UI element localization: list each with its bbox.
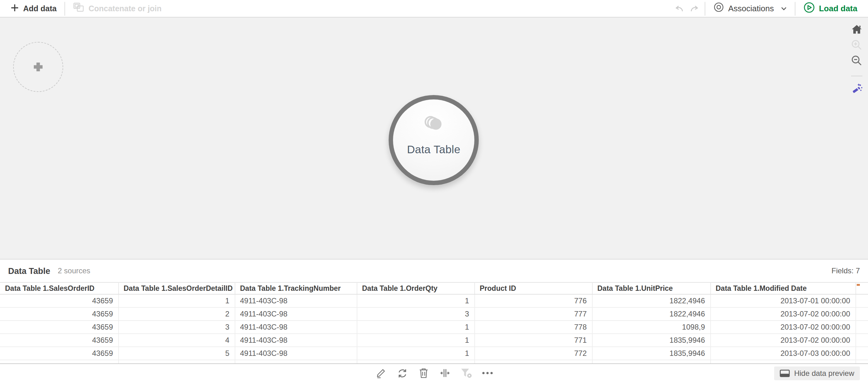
trash-icon <box>418 368 428 378</box>
load-data-label: Load data <box>819 4 857 13</box>
load-data-button[interactable]: Load data <box>798 0 863 17</box>
split-columns-button[interactable] <box>439 367 451 379</box>
undo-button[interactable] <box>672 0 687 17</box>
cell: 778 <box>474 321 592 334</box>
column-header-orderqty[interactable]: Data Table 1.OrderQty <box>357 282 474 294</box>
cell: 2013-07-02 00:00:00 <box>710 334 856 347</box>
cell: 1 <box>357 347 474 360</box>
panel-bottom-icon <box>780 370 790 377</box>
concatenate-icon <box>73 2 84 14</box>
home-button[interactable] <box>848 24 865 35</box>
cell: 4911-403C-98 <box>235 360 357 363</box>
edit-table-button[interactable] <box>375 367 387 379</box>
concatenate-or-join-button[interactable]: Concatenate or join <box>68 0 167 17</box>
toolbar-divider <box>795 2 795 15</box>
ellipsis-icon <box>481 372 493 375</box>
stacked-tables-icon <box>423 115 445 136</box>
delete-table-button[interactable] <box>417 367 429 379</box>
cell: 43659 <box>0 347 118 360</box>
add-data-button[interactable]: Add data <box>5 0 62 17</box>
cell: 772 <box>474 347 592 360</box>
reload-table-button[interactable] <box>396 367 408 379</box>
concatenate-label: Concatenate or join <box>89 4 161 13</box>
preview-fields-count: Fields: 7 <box>831 266 860 275</box>
column-header-salesorderdetailid[interactable]: Data Table 1.SalesOrderDetailID <box>118 282 235 294</box>
cell <box>856 321 868 334</box>
toolbar-divider <box>704 2 705 15</box>
cell: 4911-403C-98 <box>235 321 357 334</box>
associations-dropdown[interactable]: Associations <box>708 0 792 17</box>
data-preview-panel: Data Table 2 sources Fields: 7 Data Tabl… <box>0 259 868 382</box>
associations-canvas: Data Table <box>0 18 868 259</box>
cell: 2013-07-03 00:00:00 <box>710 347 856 360</box>
toolbar-divider <box>65 2 65 15</box>
column-header-trackingnumber[interactable]: Data Table 1.TrackingNumber <box>235 282 357 294</box>
plus-icon <box>11 3 19 14</box>
cell: 1 <box>357 334 474 347</box>
pencil-icon <box>375 368 386 378</box>
zoom-out-icon <box>851 55 862 66</box>
column-header-salesorderid[interactable]: Data Table 1.SalesOrderID <box>0 282 118 294</box>
bubble-label: Data Table <box>407 143 461 156</box>
zoom-in-button[interactable] <box>848 39 865 51</box>
cell: 4911-403C-98 <box>235 294 357 308</box>
cell: 1822,4946 <box>592 308 710 321</box>
cell: 4911-403C-98 <box>235 347 357 360</box>
table-row: 43659 1 4911-403C-98 1 776 1822,4946 201… <box>0 294 868 308</box>
preview-sources-count: 2 sources <box>58 266 90 275</box>
refresh-icon <box>397 368 407 378</box>
add-table-bubble[interactable] <box>13 42 63 92</box>
cell: 2013-07-03 00:00:00 <box>710 360 856 363</box>
cell: 2013-07-02 00:00:00 <box>710 321 856 334</box>
cell: 1835,9946 <box>592 347 710 360</box>
associations-label: Associations <box>728 4 774 13</box>
cell: 2 <box>357 360 474 363</box>
column-header-empty <box>856 282 868 294</box>
cell <box>856 347 868 360</box>
undo-icon <box>674 4 685 13</box>
zoom-in-icon <box>851 39 862 51</box>
redo-icon <box>689 4 700 13</box>
plus-icon <box>31 59 46 74</box>
last-column-marker <box>857 284 860 286</box>
cell <box>856 334 868 347</box>
cell: 1 <box>118 294 235 308</box>
column-header-productid[interactable]: Product ID <box>474 282 592 294</box>
column-header-unitprice[interactable]: Data Table 1.UnitPrice <box>592 282 710 294</box>
cell: 1835,9946 <box>592 360 710 363</box>
top-toolbar: Add data Concatenate or join <box>0 0 868 18</box>
cell: 43659 <box>0 308 118 321</box>
table-row: 43659 5 4911-403C-98 1 772 1835,9946 201… <box>0 347 868 360</box>
preview-header: Data Table 2 sources Fields: 7 <box>0 260 868 282</box>
hide-data-preview-button[interactable]: Hide data preview <box>774 366 860 380</box>
table-actions-toolbar <box>375 364 493 382</box>
cell: 1835,9946 <box>592 334 710 347</box>
cell: 1 <box>357 294 474 308</box>
cell: 3 <box>357 308 474 321</box>
cell: 773 <box>474 360 592 363</box>
filter-clear-icon <box>460 368 472 378</box>
cell: 43659 <box>0 321 118 334</box>
cell: 2013-07-01 00:00:00 <box>710 294 856 308</box>
cell: 2 <box>118 308 235 321</box>
preview-table-title: Data Table <box>8 266 51 276</box>
split-icon <box>439 369 451 378</box>
cell: 6 <box>118 360 235 363</box>
recommendations-wand-button[interactable] <box>848 83 865 94</box>
add-data-label: Add data <box>23 4 57 13</box>
more-options-button[interactable] <box>481 367 493 379</box>
column-header-modifieddate[interactable]: Data Table 1.Modified Date <box>710 282 856 294</box>
cell: 1098,9 <box>592 321 710 334</box>
cell: 777 <box>474 308 592 321</box>
cell: 4911-403C-98 <box>235 334 357 347</box>
zoom-out-button[interactable] <box>848 55 865 66</box>
clear-filters-button[interactable] <box>460 367 472 379</box>
data-table-bubble[interactable]: Data Table <box>389 95 479 185</box>
cell: 1822,4946 <box>592 294 710 308</box>
hide-data-preview-label: Hide data preview <box>794 369 854 378</box>
redo-button[interactable] <box>687 0 702 17</box>
eye-icon <box>713 2 724 15</box>
cell: 43659 <box>0 334 118 347</box>
cell: 776 <box>474 294 592 308</box>
cell: 5 <box>118 347 235 360</box>
